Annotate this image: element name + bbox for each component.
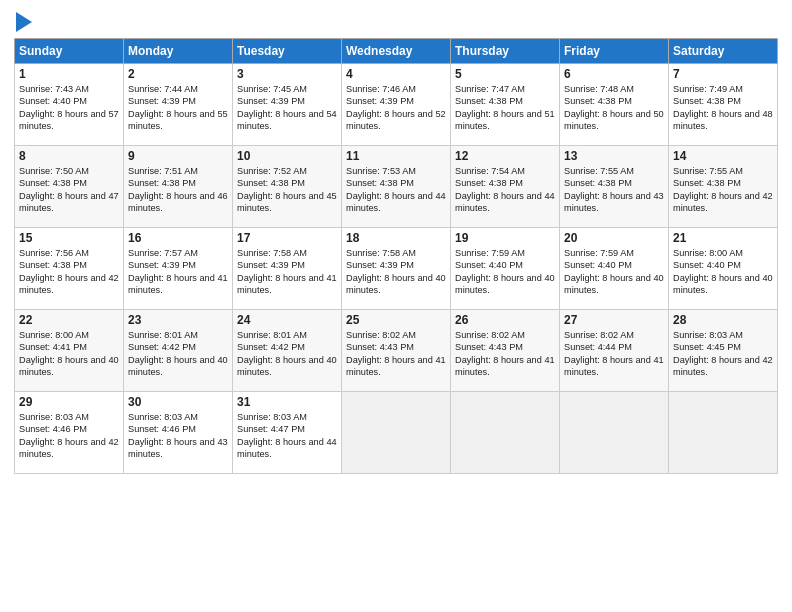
- day-number: 6: [564, 67, 664, 81]
- calendar-header-wednesday: Wednesday: [342, 39, 451, 64]
- cell-content: Sunrise: 7:54 AMSunset: 4:38 PMDaylight:…: [455, 166, 555, 213]
- cell-content: Sunrise: 8:02 AMSunset: 4:43 PMDaylight:…: [346, 330, 446, 377]
- calendar-cell: [451, 392, 560, 474]
- calendar-header-monday: Monday: [124, 39, 233, 64]
- cell-content: Sunrise: 8:02 AMSunset: 4:43 PMDaylight:…: [455, 330, 555, 377]
- calendar-cell: 24 Sunrise: 8:01 AMSunset: 4:42 PMDaylig…: [233, 310, 342, 392]
- cell-content: Sunrise: 7:43 AMSunset: 4:40 PMDaylight:…: [19, 84, 119, 131]
- calendar-cell: 19 Sunrise: 7:59 AMSunset: 4:40 PMDaylig…: [451, 228, 560, 310]
- calendar-header-tuesday: Tuesday: [233, 39, 342, 64]
- calendar-cell: 13 Sunrise: 7:55 AMSunset: 4:38 PMDaylig…: [560, 146, 669, 228]
- cell-content: Sunrise: 7:48 AMSunset: 4:38 PMDaylight:…: [564, 84, 664, 131]
- cell-content: Sunrise: 7:57 AMSunset: 4:39 PMDaylight:…: [128, 248, 228, 295]
- calendar-cell: 31 Sunrise: 8:03 AMSunset: 4:47 PMDaylig…: [233, 392, 342, 474]
- day-number: 15: [19, 231, 119, 245]
- cell-content: Sunrise: 7:51 AMSunset: 4:38 PMDaylight:…: [128, 166, 228, 213]
- day-number: 9: [128, 149, 228, 163]
- cell-content: Sunrise: 7:52 AMSunset: 4:38 PMDaylight:…: [237, 166, 337, 213]
- header: [14, 10, 778, 32]
- cell-content: Sunrise: 8:03 AMSunset: 4:46 PMDaylight:…: [128, 412, 228, 459]
- day-number: 5: [455, 67, 555, 81]
- cell-content: Sunrise: 8:01 AMSunset: 4:42 PMDaylight:…: [237, 330, 337, 377]
- calendar-cell: 10 Sunrise: 7:52 AMSunset: 4:38 PMDaylig…: [233, 146, 342, 228]
- day-number: 16: [128, 231, 228, 245]
- calendar-cell: 9 Sunrise: 7:51 AMSunset: 4:38 PMDayligh…: [124, 146, 233, 228]
- cell-content: Sunrise: 7:50 AMSunset: 4:38 PMDaylight:…: [19, 166, 119, 213]
- day-number: 4: [346, 67, 446, 81]
- calendar-cell: 14 Sunrise: 7:55 AMSunset: 4:38 PMDaylig…: [669, 146, 778, 228]
- day-number: 24: [237, 313, 337, 327]
- calendar-header-sunday: Sunday: [15, 39, 124, 64]
- cell-content: Sunrise: 7:47 AMSunset: 4:38 PMDaylight:…: [455, 84, 555, 131]
- calendar-cell: 28 Sunrise: 8:03 AMSunset: 4:45 PMDaylig…: [669, 310, 778, 392]
- day-number: 8: [19, 149, 119, 163]
- cell-content: Sunrise: 7:53 AMSunset: 4:38 PMDaylight:…: [346, 166, 446, 213]
- page: SundayMondayTuesdayWednesdayThursdayFrid…: [0, 0, 792, 612]
- calendar-cell: [342, 392, 451, 474]
- day-number: 27: [564, 313, 664, 327]
- cell-content: Sunrise: 8:03 AMSunset: 4:47 PMDaylight:…: [237, 412, 337, 459]
- cell-content: Sunrise: 7:55 AMSunset: 4:38 PMDaylight:…: [673, 166, 773, 213]
- day-number: 26: [455, 313, 555, 327]
- day-number: 2: [128, 67, 228, 81]
- day-number: 25: [346, 313, 446, 327]
- calendar-header-friday: Friday: [560, 39, 669, 64]
- logo: [14, 14, 32, 32]
- calendar-cell: 20 Sunrise: 7:59 AMSunset: 4:40 PMDaylig…: [560, 228, 669, 310]
- calendar-cell: 16 Sunrise: 7:57 AMSunset: 4:39 PMDaylig…: [124, 228, 233, 310]
- day-number: 19: [455, 231, 555, 245]
- calendar-cell: 3 Sunrise: 7:45 AMSunset: 4:39 PMDayligh…: [233, 64, 342, 146]
- day-number: 14: [673, 149, 773, 163]
- calendar-cell: 30 Sunrise: 8:03 AMSunset: 4:46 PMDaylig…: [124, 392, 233, 474]
- calendar-week-4: 22 Sunrise: 8:00 AMSunset: 4:41 PMDaylig…: [15, 310, 778, 392]
- cell-content: Sunrise: 7:55 AMSunset: 4:38 PMDaylight:…: [564, 166, 664, 213]
- day-number: 7: [673, 67, 773, 81]
- calendar-header-row: SundayMondayTuesdayWednesdayThursdayFrid…: [15, 39, 778, 64]
- cell-content: Sunrise: 8:03 AMSunset: 4:45 PMDaylight:…: [673, 330, 773, 377]
- day-number: 20: [564, 231, 664, 245]
- cell-content: Sunrise: 7:56 AMSunset: 4:38 PMDaylight:…: [19, 248, 119, 295]
- calendar-cell: 29 Sunrise: 8:03 AMSunset: 4:46 PMDaylig…: [15, 392, 124, 474]
- calendar-cell: 7 Sunrise: 7:49 AMSunset: 4:38 PMDayligh…: [669, 64, 778, 146]
- day-number: 3: [237, 67, 337, 81]
- cell-content: Sunrise: 7:49 AMSunset: 4:38 PMDaylight:…: [673, 84, 773, 131]
- calendar-header-saturday: Saturday: [669, 39, 778, 64]
- calendar-week-5: 29 Sunrise: 8:03 AMSunset: 4:46 PMDaylig…: [15, 392, 778, 474]
- calendar-cell: 17 Sunrise: 7:58 AMSunset: 4:39 PMDaylig…: [233, 228, 342, 310]
- day-number: 23: [128, 313, 228, 327]
- calendar-week-2: 8 Sunrise: 7:50 AMSunset: 4:38 PMDayligh…: [15, 146, 778, 228]
- day-number: 30: [128, 395, 228, 409]
- day-number: 31: [237, 395, 337, 409]
- calendar-cell: 26 Sunrise: 8:02 AMSunset: 4:43 PMDaylig…: [451, 310, 560, 392]
- calendar-cell: 15 Sunrise: 7:56 AMSunset: 4:38 PMDaylig…: [15, 228, 124, 310]
- day-number: 21: [673, 231, 773, 245]
- day-number: 13: [564, 149, 664, 163]
- cell-content: Sunrise: 7:45 AMSunset: 4:39 PMDaylight:…: [237, 84, 337, 131]
- cell-content: Sunrise: 8:00 AMSunset: 4:40 PMDaylight:…: [673, 248, 773, 295]
- calendar-cell: 23 Sunrise: 8:01 AMSunset: 4:42 PMDaylig…: [124, 310, 233, 392]
- day-number: 17: [237, 231, 337, 245]
- calendar-cell: 21 Sunrise: 8:00 AMSunset: 4:40 PMDaylig…: [669, 228, 778, 310]
- day-number: 1: [19, 67, 119, 81]
- calendar-cell: [560, 392, 669, 474]
- cell-content: Sunrise: 8:00 AMSunset: 4:41 PMDaylight:…: [19, 330, 119, 377]
- calendar-cell: 18 Sunrise: 7:58 AMSunset: 4:39 PMDaylig…: [342, 228, 451, 310]
- calendar-header-thursday: Thursday: [451, 39, 560, 64]
- cell-content: Sunrise: 8:03 AMSunset: 4:46 PMDaylight:…: [19, 412, 119, 459]
- day-number: 18: [346, 231, 446, 245]
- calendar-cell: 27 Sunrise: 8:02 AMSunset: 4:44 PMDaylig…: [560, 310, 669, 392]
- calendar-cell: 1 Sunrise: 7:43 AMSunset: 4:40 PMDayligh…: [15, 64, 124, 146]
- calendar-table: SundayMondayTuesdayWednesdayThursdayFrid…: [14, 38, 778, 474]
- calendar-cell: 2 Sunrise: 7:44 AMSunset: 4:39 PMDayligh…: [124, 64, 233, 146]
- cell-content: Sunrise: 7:59 AMSunset: 4:40 PMDaylight:…: [564, 248, 664, 295]
- calendar-week-3: 15 Sunrise: 7:56 AMSunset: 4:38 PMDaylig…: [15, 228, 778, 310]
- calendar-cell: 6 Sunrise: 7:48 AMSunset: 4:38 PMDayligh…: [560, 64, 669, 146]
- day-number: 12: [455, 149, 555, 163]
- cell-content: Sunrise: 7:46 AMSunset: 4:39 PMDaylight:…: [346, 84, 446, 131]
- cell-content: Sunrise: 7:58 AMSunset: 4:39 PMDaylight:…: [237, 248, 337, 295]
- day-number: 22: [19, 313, 119, 327]
- calendar-cell: 12 Sunrise: 7:54 AMSunset: 4:38 PMDaylig…: [451, 146, 560, 228]
- calendar-cell: 11 Sunrise: 7:53 AMSunset: 4:38 PMDaylig…: [342, 146, 451, 228]
- day-number: 29: [19, 395, 119, 409]
- calendar-cell: 8 Sunrise: 7:50 AMSunset: 4:38 PMDayligh…: [15, 146, 124, 228]
